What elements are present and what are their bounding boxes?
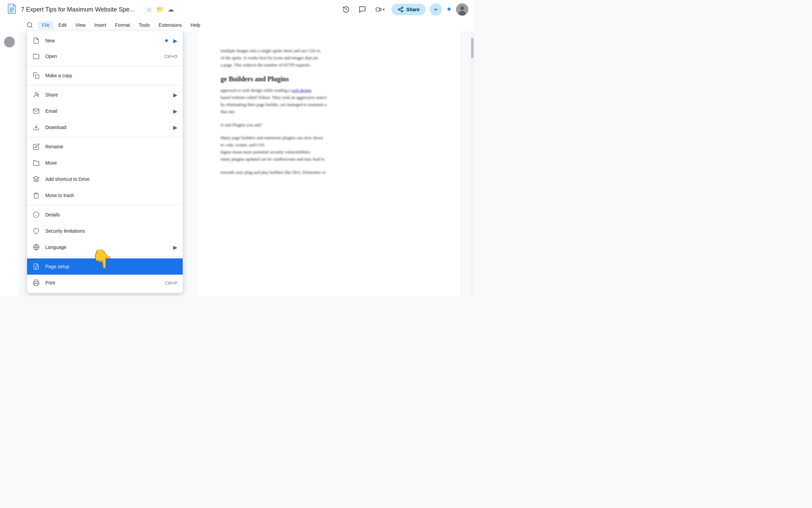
menu-shortcut-label: Add shortcut to Drive xyxy=(45,176,177,182)
svg-point-4 xyxy=(401,7,403,9)
history-icon[interactable] xyxy=(340,3,352,16)
menu-open-shortcut: Ctrl+O xyxy=(164,54,177,59)
menu-item-email[interactable]: Email ▶ xyxy=(27,103,183,119)
svg-line-8 xyxy=(400,8,402,9)
svg-point-10 xyxy=(460,6,464,10)
svg-line-7 xyxy=(400,10,402,11)
trash-icon xyxy=(32,192,40,199)
menu-file[interactable]: File xyxy=(38,21,54,29)
menu-help[interactable]: Help xyxy=(186,21,204,29)
menu-view[interactable]: View xyxy=(71,21,90,29)
svg-point-5 xyxy=(398,9,400,10)
open-folder-icon xyxy=(32,52,40,60)
menu-details-label: Details xyxy=(45,212,177,217)
menu-copy-label: Make a copy xyxy=(45,73,177,78)
doc-heading: ge Builders and Plugins xyxy=(221,75,436,83)
menu-format[interactable]: Format xyxy=(111,21,134,29)
menu-item-language[interactable]: Language ▶ xyxy=(27,239,183,255)
title-bar: 7 Expert Tips for Maximum Website Spe...… xyxy=(0,0,474,19)
globe-icon xyxy=(32,244,40,251)
share-dropdown-arrow[interactable] xyxy=(430,3,442,16)
shortcut-icon xyxy=(32,175,40,183)
menu-divider-5 xyxy=(27,257,183,257)
doc-title: 7 Expert Tips for Maximum Website Spe... xyxy=(21,6,143,13)
menu-print-shortcut: Ctrl+P xyxy=(165,280,177,285)
doc-text-12: many plugins updated can be cumbersome a… xyxy=(221,156,436,163)
doc-text-1: multiple images into a single sprite she… xyxy=(221,47,436,55)
email-icon xyxy=(32,107,40,115)
menu-item-add-shortcut[interactable]: Add shortcut to Drive xyxy=(27,171,183,187)
share-arrow-icon: ▶ xyxy=(173,92,177,98)
menu-item-print[interactable]: Print Ctrl+P xyxy=(27,275,183,291)
menu-tools[interactable]: Tools xyxy=(135,21,154,29)
menu-item-rename[interactable]: Rename xyxy=(27,139,183,155)
email-arrow-icon: ▶ xyxy=(173,108,177,114)
svg-rect-20 xyxy=(36,75,39,79)
file-dropdown-menu: New ▶ Open Ctrl+O Make a copy xyxy=(27,31,183,293)
svg-point-21 xyxy=(35,92,38,95)
gemini-icon[interactable]: ✦ xyxy=(446,5,452,14)
comments-icon[interactable] xyxy=(356,3,368,16)
doc-text-11: lugins mean more potential security vuln… xyxy=(221,149,436,156)
menu-security-label: Security limitations xyxy=(45,228,177,234)
menu-item-download[interactable]: Download ▶ xyxy=(27,119,183,135)
menu-item-details[interactable]: Details xyxy=(27,207,183,223)
app-logo xyxy=(5,3,18,16)
doc-text-10: te code, scripts, and CSS. xyxy=(221,142,436,149)
svg-point-6 xyxy=(401,10,403,12)
scrollbar[interactable] xyxy=(471,31,474,296)
print-menu-icon xyxy=(32,279,40,287)
menu-bar: File Edit View Insert Format Tools Exten… xyxy=(0,19,474,31)
doc-text-6: by eliminating their page builder, yet m… xyxy=(221,101,436,108)
menu-extensions[interactable]: Extensions xyxy=(155,21,186,29)
svg-point-12 xyxy=(27,23,32,27)
menu-item-new[interactable]: New ▶ xyxy=(27,33,183,48)
menu-item-open[interactable]: Open Ctrl+O xyxy=(27,48,183,64)
svg-line-13 xyxy=(31,26,32,28)
doc-text-7: that site. xyxy=(221,108,436,115)
meet-icon[interactable]: ▾ xyxy=(373,3,387,16)
menu-rename-label: Rename xyxy=(45,144,177,149)
folder-icon[interactable]: 📁 xyxy=(156,6,164,13)
menu-item-security[interactable]: Security limitations xyxy=(27,223,183,239)
menu-divider-4 xyxy=(27,205,183,205)
menu-language-label: Language xyxy=(45,245,168,250)
cloud-icon[interactable]: ☁ xyxy=(168,6,174,13)
share-button[interactable]: Share xyxy=(391,4,426,15)
new-arrow-icon: ▶ xyxy=(173,38,177,44)
doc-text-9: Many page builders and numerous plugins … xyxy=(221,134,436,142)
doc-background: multiple images into a single sprite she… xyxy=(183,31,474,296)
menu-print-label: Print xyxy=(45,280,160,285)
menu-item-make-copy[interactable]: Make a copy xyxy=(27,67,183,84)
new-indicator-dot xyxy=(165,39,168,42)
doc-page[interactable]: multiple images into a single sprite she… xyxy=(196,31,460,296)
menu-divider-1 xyxy=(27,66,183,66)
menu-divider-2 xyxy=(27,85,183,85)
user-avatar[interactable] xyxy=(456,3,468,16)
menu-item-share[interactable]: Share ▶ xyxy=(27,87,183,103)
menu-open-label: Open xyxy=(45,54,159,59)
download-icon xyxy=(32,124,40,131)
new-doc-icon xyxy=(32,37,40,44)
scrollbar-thumb[interactable] xyxy=(471,38,474,58)
search-icon[interactable] xyxy=(24,19,36,31)
language-arrow-icon: ▶ xyxy=(173,244,177,251)
menu-item-move[interactable]: Move xyxy=(27,155,183,171)
title-icons: ☆ 📁 ☁ xyxy=(146,5,174,14)
menu-item-page-setup[interactable]: Page setup xyxy=(27,258,183,275)
menu-page-setup-label: Page setup xyxy=(45,264,177,269)
menu-insert[interactable]: Insert xyxy=(90,21,110,29)
menu-edit[interactable]: Edit xyxy=(54,21,71,29)
menu-share-label: Share xyxy=(45,92,168,98)
menu-move-label: Move xyxy=(45,160,177,166)
doc-link[interactable]: web design xyxy=(292,88,312,93)
menu-new-label: New xyxy=(45,38,160,43)
copy-icon xyxy=(32,72,40,79)
share-label: Share xyxy=(406,7,420,12)
doc-text-4: approach to web design while reading a w… xyxy=(221,87,436,94)
menu-item-trash[interactable]: Move to trash xyxy=(27,187,183,204)
menu-divider-3 xyxy=(27,137,183,137)
menu-email-label: Email xyxy=(45,108,168,114)
doc-text-2: of the sprite. It works best for icons a… xyxy=(221,55,436,62)
star-icon[interactable]: ☆ xyxy=(146,5,152,14)
